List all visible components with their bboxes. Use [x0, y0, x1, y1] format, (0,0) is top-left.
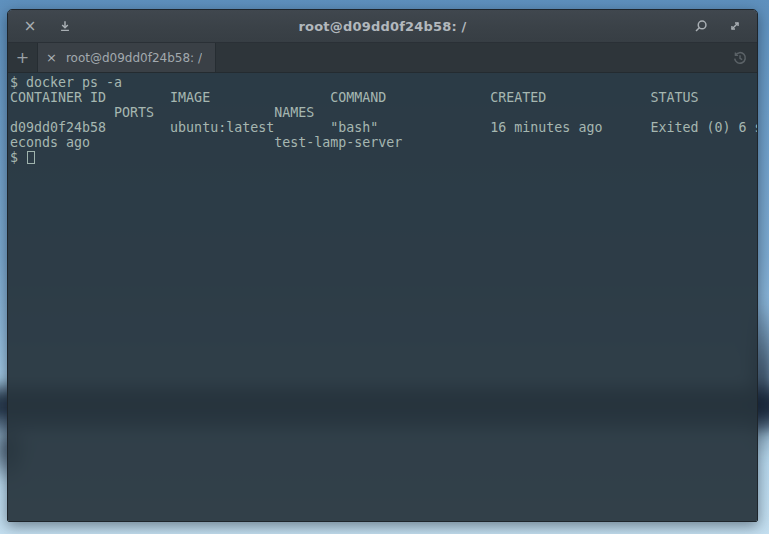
search-icon [693, 19, 708, 34]
tab-bar: + × root@d09dd0f24b58: / [8, 43, 757, 73]
terminal-screen[interactable]: $ docker ps -a CONTAINER ID IMAGE COMMAN… [8, 73, 757, 521]
download-icon [58, 19, 72, 33]
terminal-line-row-1: d09dd0f24b58 ubuntu:latest "bash" 16 min… [10, 120, 757, 135]
window-title: root@d09dd0f24b58: / [8, 19, 757, 34]
terminal-window: × root@d09dd0f24b58: / [7, 9, 758, 522]
tabbar-spacer [216, 43, 723, 72]
prompt: $ [10, 150, 26, 165]
titlebar[interactable]: × root@d09dd0f24b58: / [8, 10, 757, 43]
titlebar-right-controls [691, 17, 744, 35]
terminal-line-header-1: CONTAINER ID IMAGE COMMAND CREATED STATU… [10, 90, 757, 105]
resize-button[interactable] [726, 17, 744, 35]
terminal-line-row-2: econds ago test-lamp-server [10, 135, 757, 150]
close-window-button[interactable]: × [21, 17, 39, 35]
search-button[interactable] [691, 17, 709, 35]
prompt-line: $ [10, 150, 757, 165]
tab-active[interactable]: × root@d09dd0f24b58: / [38, 43, 216, 72]
history-icon [732, 50, 748, 66]
resize-icon [728, 19, 742, 33]
terminal-cursor [27, 151, 35, 164]
download-button[interactable] [56, 17, 74, 35]
new-tab-button[interactable]: + [8, 43, 38, 72]
terminal-line-header-2: PORTS NAMES [10, 105, 757, 120]
tab-close-icon[interactable]: × [46, 51, 57, 64]
terminal-line-command: $ docker ps -a [10, 75, 757, 90]
close-icon: × [24, 19, 37, 34]
titlebar-left-controls: × [21, 17, 74, 35]
tab-title: root@d09dd0f24b58: / [66, 51, 202, 65]
history-button[interactable] [723, 43, 757, 72]
